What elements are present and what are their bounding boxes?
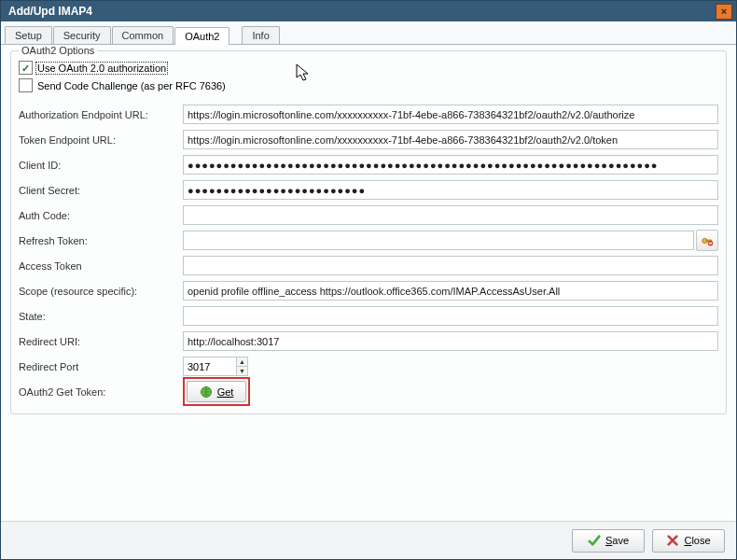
redirect-uri-label: Redirect URI: bbox=[19, 336, 177, 347]
close-button-rest: lose bbox=[691, 535, 710, 546]
tab-common[interactable]: Common bbox=[112, 26, 174, 44]
tab-strip: Setup Security Common OAuth2 Info bbox=[1, 23, 736, 45]
redirect-port-spinner[interactable]: ▲ ▼ bbox=[183, 357, 248, 376]
code-challenge-label: Send Code Challenge (as per RFC 7636) bbox=[36, 80, 227, 91]
check-icon bbox=[588, 534, 601, 547]
scope-label: Scope (resource specific): bbox=[19, 286, 177, 297]
state-input[interactable] bbox=[183, 306, 718, 326]
refresh-token-input[interactable] bbox=[183, 231, 694, 250]
globe-go-icon bbox=[200, 385, 213, 399]
refresh-token-label: Refresh Token: bbox=[19, 235, 177, 246]
title-bar: Add/Upd IMAP4 bbox=[1, 1, 736, 21]
auth-code-input[interactable] bbox=[183, 205, 718, 225]
redirect-uri-input[interactable] bbox=[183, 331, 718, 351]
scope-input[interactable] bbox=[183, 281, 718, 301]
oauth2-options-fieldset: OAuth2 Options Use OAuth 2.0 authorizati… bbox=[10, 50, 727, 414]
redirect-port-label: Redirect Port bbox=[19, 361, 177, 372]
auth-endpoint-input[interactable] bbox=[183, 105, 718, 124]
window-close-button[interactable] bbox=[716, 4, 732, 20]
client-id-input[interactable] bbox=[183, 155, 718, 175]
code-challenge-checkbox[interactable] bbox=[19, 78, 33, 92]
get-token-label: OAuth2 Get Token: bbox=[19, 386, 177, 398]
spinner-up-button[interactable]: ▲ bbox=[237, 357, 247, 367]
tab-setup[interactable]: Setup bbox=[5, 26, 52, 44]
key-delete-icon bbox=[701, 234, 714, 247]
spinner-down-button[interactable]: ▼ bbox=[237, 367, 247, 375]
redirect-port-input[interactable] bbox=[184, 357, 236, 375]
use-oauth-label: Use OAuth 2.0 authorization bbox=[35, 62, 168, 75]
get-button-highlight: Get bbox=[183, 377, 250, 406]
save-button-rest: ave bbox=[612, 535, 629, 546]
content-area: OAuth2 Options Use OAuth 2.0 authorizati… bbox=[1, 45, 736, 521]
token-endpoint-input[interactable] bbox=[183, 130, 718, 149]
client-id-label: Client ID: bbox=[19, 160, 177, 171]
get-token-button[interactable]: Get bbox=[187, 381, 246, 402]
x-icon bbox=[666, 534, 679, 547]
close-button[interactable]: Close bbox=[652, 529, 725, 553]
save-button[interactable]: Save bbox=[572, 529, 645, 553]
tab-oauth2[interactable]: OAuth2 bbox=[174, 27, 229, 45]
token-endpoint-label: Token Endpoint URL: bbox=[19, 134, 177, 146]
auth-endpoint-label: Authorization Endpoint URL: bbox=[19, 109, 177, 120]
window-title: Add/Upd IMAP4 bbox=[5, 5, 92, 18]
client-secret-input[interactable] bbox=[183, 180, 718, 200]
refresh-token-clear-button[interactable] bbox=[696, 230, 718, 251]
use-oauth-checkbox[interactable] bbox=[19, 61, 33, 75]
auth-code-label: Auth Code: bbox=[19, 210, 177, 221]
tab-info[interactable]: Info bbox=[242, 26, 279, 44]
state-label: State: bbox=[19, 311, 177, 322]
access-token-input[interactable] bbox=[183, 256, 718, 275]
tab-security[interactable]: Security bbox=[53, 26, 111, 44]
bottom-bar: Save Close bbox=[1, 521, 736, 559]
client-secret-label: Client Secret: bbox=[19, 185, 177, 196]
get-button-text: Get bbox=[217, 386, 234, 398]
fieldset-legend: OAuth2 Options bbox=[19, 45, 97, 56]
access-token-label: Access Token bbox=[19, 260, 177, 272]
